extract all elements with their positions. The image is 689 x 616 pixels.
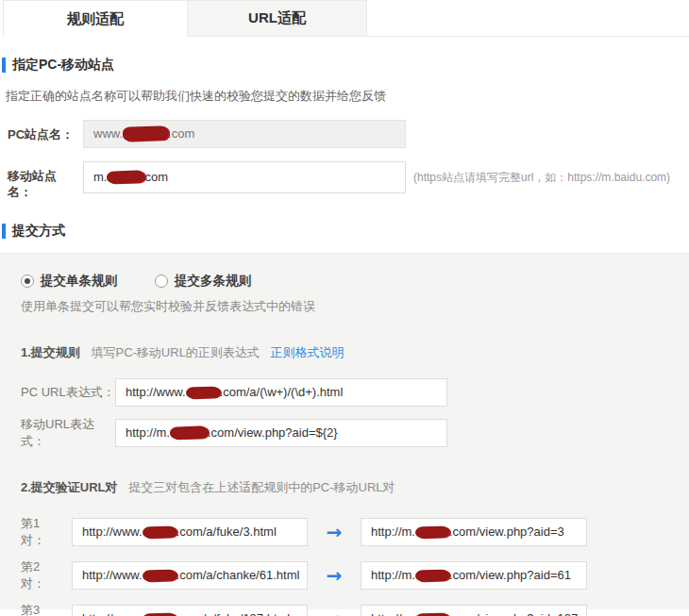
mobile-expr-prefix: http://m. [126, 425, 170, 440]
section-header-site: 指定PC-移动站点 [2, 57, 689, 74]
pair-1-pc-url-input[interactable]: http://www..com/a/fuke/3.html [72, 518, 308, 546]
section-title: 指定PC-移动站点 [12, 57, 114, 74]
pc-expr-prefix: http://www. [126, 385, 186, 399]
section-title: 提交方式 [12, 223, 65, 240]
rule-adaptation-page: 规则适配 URL适配 指定PC-移动站点 指定正确的站点名称可以帮助我们快速的校… [0, 0, 689, 616]
mobile-expr-label: 移动URL表达式： [21, 416, 115, 450]
pair-label: 第1对： [21, 515, 62, 549]
pair-pc-prefix: http://www. [82, 524, 143, 539]
verify-pair-row-3: 第3对： http://www..com/a/fuke/137.html → h… [21, 602, 689, 616]
tab-rule-adaptation[interactable]: 规则适配 [3, 0, 188, 37]
regex-format-help-link[interactable]: 正则格式说明 [271, 345, 344, 359]
rule-heading: 1.提交规则 [21, 345, 80, 359]
tabbar-divider [367, 0, 689, 37]
pair-2-pc-url-input[interactable]: http://www..com/a/chanke/61.html [72, 561, 308, 590]
pair-label: 第3对： [21, 602, 62, 616]
redaction-blob [415, 525, 449, 538]
pair-3-mobile-url-input[interactable]: http://m..com/view.php?aid=137 [361, 605, 587, 616]
section-header-submit: 提交方式 [2, 223, 689, 240]
mobile-site-value-suffix: com [144, 170, 168, 184]
section-accent-bar [2, 224, 6, 239]
tabbar: 规则适配 URL适配 [0, 0, 689, 37]
mobile-expr-input[interactable]: http://m..com/view.php?aid=${2} [115, 419, 447, 447]
pair-pc-suffix: .com/a/chanke/61.html [176, 568, 300, 582]
redaction-blob [142, 569, 176, 581]
pair-m-prefix: http://m. [371, 611, 415, 616]
pc-expr-input[interactable]: http://www..com/a/(\w+)/(\d+).html [115, 378, 447, 407]
pc-expr-suffix: .com/a/(\w+)/(\d+).html [220, 385, 344, 399]
mobile-expr-suffix: .com/view.php?aid=${2} [208, 425, 338, 440]
verify-block-heading: 2.提交验证URL对 提交三对包含在上述适配规则中的PC-移动URL对 [21, 479, 689, 496]
arrow-right-icon: → [308, 564, 361, 587]
rule-heading-note: 填写PC-移动URL的正则表达式 [91, 345, 259, 359]
mobile-site-input[interactable]: m.com [83, 161, 406, 193]
radio-single-label: 提交单条规则 [41, 273, 117, 290]
pc-expr-row: PC URL表达式： http://www..com/a/(\w+)/(\d+)… [21, 378, 689, 407]
mobile-expr-row: 移动URL表达式： http://m..com/view.php?aid=${2… [21, 416, 689, 450]
verify-pair-row-2: 第2对： http://www..com/a/chanke/61.html → … [21, 558, 689, 592]
rule-mode-radios: 提交单条规则 提交多条规则 [21, 273, 689, 290]
mobile-site-value-prefix: m. [93, 170, 107, 184]
pc-site-label: PC站点名： [8, 120, 83, 142]
radio-icon[interactable] [21, 275, 34, 288]
verify-pair-row-1: 第1对： http://www..com/a/fuke/3.html → htt… [21, 515, 689, 549]
pair-pc-prefix: http://www. [82, 568, 143, 582]
pc-site-value-suffix: .com [168, 126, 194, 141]
verify-pair-rows: 第1对： http://www..com/a/fuke/3.html → htt… [21, 515, 689, 616]
redaction-blob [415, 569, 449, 581]
pair-pc-suffix: .com/a/fuke/137.html [176, 611, 291, 616]
pc-site-row: PC站点名： www..com [0, 120, 689, 148]
pair-pc-prefix: http://www. [82, 611, 143, 616]
pair-m-prefix: http://m. [371, 568, 415, 582]
section-accent-bar [2, 58, 6, 73]
pc-site-value-prefix: www. [93, 126, 123, 141]
mobile-site-hint: (https站点请填写完整url，如：https://m.baidu.com) [413, 161, 670, 193]
radio-note: 使用单条提交可以帮您实时校验并反馈表达式中的错误 [21, 298, 689, 315]
pair-m-suffix: .com/view.php?aid=61 [449, 568, 571, 582]
redaction-blob [170, 425, 208, 439]
radio-icon[interactable] [155, 275, 168, 288]
arrow-right-icon: → [308, 608, 361, 616]
mobile-site-row: 移动站点 名： m.com (https站点请填写完整url，如：https:/… [0, 161, 689, 200]
redaction-blob [185, 386, 219, 398]
pair-m-suffix: .com/view.php?aid=3 [449, 524, 564, 539]
redaction-blob [415, 612, 449, 616]
pc-site-input[interactable]: www..com [83, 120, 406, 148]
tab-url-adaptation[interactable]: URL适配 [188, 0, 367, 37]
pair-1-mobile-url-input[interactable]: http://m..com/view.php?aid=3 [361, 518, 587, 546]
redaction-blob [142, 612, 176, 616]
verify-heading-note: 提交三对包含在上述适配规则中的PC-移动URL对 [128, 480, 395, 494]
pair-2-mobile-url-input[interactable]: http://m..com/view.php?aid=61 [361, 561, 587, 590]
mobile-site-label: 移动站点 名： [8, 161, 83, 200]
radio-multi-label: 提交多条规则 [175, 273, 251, 290]
radio-single-rule[interactable]: 提交单条规则 [21, 273, 117, 290]
redaction-blob [107, 170, 144, 183]
verify-heading: 2.提交验证URL对 [21, 480, 118, 494]
redaction-blob [123, 125, 168, 142]
radio-multi-rule[interactable]: 提交多条规则 [155, 273, 251, 290]
mobile-site-label-line2: 名： [8, 185, 32, 199]
redaction-blob [142, 525, 176, 538]
pair-pc-suffix: .com/a/fuke/3.html [176, 524, 277, 539]
pair-m-suffix: .com/view.php?aid=137 [449, 611, 578, 616]
section-description: 指定正确的站点名称可以帮助我们快速的校验您提交的数据并给您反馈 [6, 88, 689, 105]
mobile-site-label-line1: 移动站点 [8, 169, 57, 183]
pair-label: 第2对： [21, 558, 62, 592]
pair-3-pc-url-input[interactable]: http://www..com/a/fuke/137.html [72, 605, 308, 616]
pc-expr-label: PC URL表达式： [21, 384, 115, 401]
submit-panel: 提交单条规则 提交多条规则 使用单条提交可以帮您实时校验并反馈表达式中的错误 1… [0, 253, 689, 609]
rule-block-heading: 1.提交规则 填写PC-移动URL的正则表达式 正则格式说明 [21, 344, 689, 361]
arrow-right-icon: → [308, 521, 361, 543]
pair-m-prefix: http://m. [371, 524, 415, 539]
